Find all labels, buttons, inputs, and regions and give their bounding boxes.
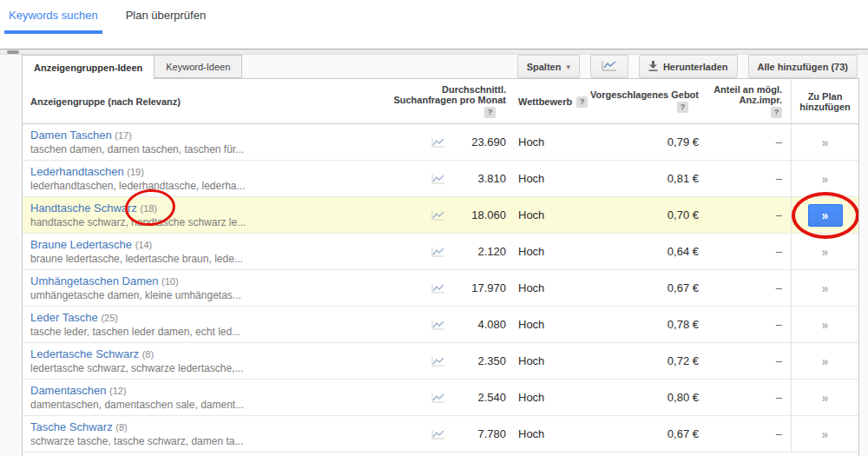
- table-body: Damen Taschen (17) taschen damen, damen …: [23, 124, 858, 453]
- download-icon: [648, 61, 658, 73]
- bid-cell: 0,64 €: [586, 234, 707, 269]
- trend-chart-icon[interactable]: [431, 429, 445, 439]
- col-header-searches[interactable]: Durchschnittl. Suchanfragen pro Monat ?: [383, 79, 513, 123]
- keywords-preview: braune ledertasche, ledertasche braun, l…: [30, 253, 383, 265]
- bid-cell: 0,72 €: [586, 343, 707, 379]
- columns-button[interactable]: Spalten ▾: [517, 55, 580, 78]
- scrollbar-thumb[interactable]: [7, 50, 19, 54]
- download-button-label: Herunterladen: [663, 62, 728, 72]
- ad-group-link[interactable]: Tasche Schwarz: [30, 420, 113, 433]
- suggested-bid-value: 0,79 €: [667, 135, 699, 149]
- trend-chart-icon[interactable]: [431, 393, 445, 403]
- monthly-searches-value: 18.060: [471, 208, 506, 221]
- competition-value: Hoch: [518, 135, 544, 149]
- suggested-bid-value: 0,72 €: [667, 354, 699, 367]
- tab-plan-ueberpruefen[interactable]: Plan überprüfen: [126, 9, 207, 27]
- add-to-plan-button[interactable]: »: [811, 351, 840, 372]
- impression-share-value: –: [776, 135, 782, 149]
- help-icon[interactable]: ?: [677, 102, 688, 113]
- col-header-impression-share[interactable]: Anteil an mögl. Anz.impr. ?: [707, 79, 791, 123]
- ad-group-link[interactable]: Leder Tasche: [30, 311, 98, 324]
- add-to-plan-button[interactable]: »: [811, 424, 840, 445]
- keyword-count: (14): [135, 240, 153, 250]
- competition-cell: Hoch: [513, 380, 586, 415]
- add-to-plan-button[interactable]: »: [811, 278, 840, 299]
- bid-cell: 0,80 €: [586, 380, 707, 415]
- table-row: Ledertasche Schwarz (8) ledertasche schw…: [23, 343, 858, 380]
- add-cell: »: [791, 270, 858, 306]
- add-to-plan-button[interactable]: »: [811, 132, 840, 153]
- trend-chart-icon[interactable]: [431, 283, 445, 294]
- tab-anzeigengruppen-ideen[interactable]: Anzeigengruppen-Ideen: [22, 55, 155, 79]
- keyword-count: (19): [127, 167, 144, 177]
- ad-group-cell: Ledertasche Schwarz (8) ledertasche schw…: [23, 343, 383, 379]
- keywords-preview: umhängetasche damen, kleine umhängetas..…: [30, 289, 383, 301]
- ad-group-link[interactable]: Ledertasche Schwarz: [30, 347, 139, 360]
- add-to-plan-button[interactable]: »: [808, 204, 843, 227]
- ad-group-link[interactable]: Braune Ledertasche: [30, 238, 132, 251]
- table-row: Tasche Schwarz (8) schwarze tasche, tasc…: [23, 416, 858, 453]
- keyword-count: (17): [115, 130, 132, 141]
- keywords-preview: ledertasche schwarz, schwarze ledertasch…: [30, 362, 383, 374]
- ad-group-link[interactable]: Damentaschen: [30, 384, 106, 397]
- trend-chart-icon: [602, 60, 617, 73]
- bid-cell: 0,67 €: [586, 416, 707, 452]
- col-header-bid[interactable]: Vorgeschlagenes Gebot ?: [586, 79, 707, 123]
- trend-chart-icon[interactable]: [431, 320, 445, 330]
- ad-group-cell: Lederhandtaschen (19) lederhandtaschen, …: [23, 161, 383, 196]
- keyword-count: (25): [101, 313, 118, 323]
- bid-cell: 0,81 €: [586, 161, 707, 196]
- searches-cell: 2.540: [383, 380, 513, 415]
- trend-chart-icon[interactable]: [431, 210, 445, 221]
- ad-group-cell: Damentaschen (12) damentaschen, damentas…: [23, 380, 383, 415]
- help-icon[interactable]: ?: [484, 107, 496, 118]
- help-icon[interactable]: ?: [771, 107, 782, 118]
- trend-chart-icon[interactable]: [431, 137, 445, 148]
- competition-value: Hoch: [518, 245, 544, 258]
- top-tab-bar: Keywords suchen Plan überprüfen: [9, 9, 206, 27]
- add-cell: »: [791, 197, 858, 233]
- keyword-count: (8): [115, 422, 127, 433]
- table-row: Damentaschen (12) damentaschen, damentas…: [23, 380, 858, 416]
- searches-cell: 23.690: [383, 124, 513, 160]
- table-row: Leder Tasche (25) tasche leder, taschen …: [23, 307, 858, 343]
- add-to-plan-button[interactable]: »: [811, 169, 840, 189]
- ad-group-link[interactable]: Umhängetaschen Damen: [30, 274, 158, 287]
- keyword-count: (12): [109, 386, 127, 396]
- ad-group-cell: Umhängetaschen Damen (10) umhängetasche …: [23, 270, 383, 306]
- chart-view-button[interactable]: [590, 55, 628, 78]
- download-button[interactable]: Herunterladen: [639, 55, 738, 78]
- trend-chart-icon[interactable]: [431, 174, 445, 184]
- impression-share-value: –: [776, 245, 782, 258]
- tab-keyword-ideen[interactable]: Keyword-Ideen: [155, 55, 242, 78]
- ad-group-cell: Braune Ledertasche (14) braune ledertasc…: [23, 234, 383, 269]
- keyword-count: (8): [142, 349, 154, 360]
- add-to-plan-button[interactable]: »: [811, 241, 840, 262]
- col-header-competition-label: Wettbewerb: [518, 96, 572, 107]
- add-cell: »: [791, 380, 858, 415]
- keywords-preview: lederhandtaschen, lederhandtasche, leder…: [30, 180, 383, 192]
- monthly-searches-value: 3.810: [477, 172, 506, 185]
- add-all-button[interactable]: Alle hinzufügen (73): [748, 55, 858, 78]
- impression-share-value: –: [776, 318, 782, 331]
- competition-value: Hoch: [518, 318, 544, 331]
- tab-keywords-suchen[interactable]: Keywords suchen: [9, 9, 98, 27]
- suggested-bid-value: 0,81 €: [667, 172, 699, 185]
- trend-chart-icon[interactable]: [431, 356, 445, 367]
- suggested-bid-value: 0,67 €: [667, 427, 699, 440]
- trend-chart-icon[interactable]: [431, 247, 445, 257]
- competition-value: Hoch: [518, 354, 544, 367]
- suggested-bid-value: 0,67 €: [667, 281, 699, 294]
- add-cell: »: [791, 307, 858, 342]
- keywords-preview: handtasche schwarz, handtasche schwarz l…: [30, 216, 383, 228]
- add-to-plan-button[interactable]: »: [811, 387, 840, 408]
- add-to-plan-button[interactable]: »: [811, 314, 840, 335]
- col-header-adgroup[interactable]: Anzeigengruppe (nach Relevanz): [23, 79, 383, 123]
- searches-cell: 7.780: [383, 416, 513, 452]
- ad-group-link[interactable]: Handtasche Schwarz: [30, 202, 137, 215]
- searches-cell: 3.810: [383, 161, 513, 196]
- monthly-searches-value: 2.540: [477, 391, 506, 404]
- ad-group-link[interactable]: Damen Taschen: [30, 129, 112, 142]
- ad-group-link[interactable]: Lederhandtaschen: [30, 165, 124, 178]
- col-header-competition[interactable]: Wettbewerb ?: [513, 79, 586, 123]
